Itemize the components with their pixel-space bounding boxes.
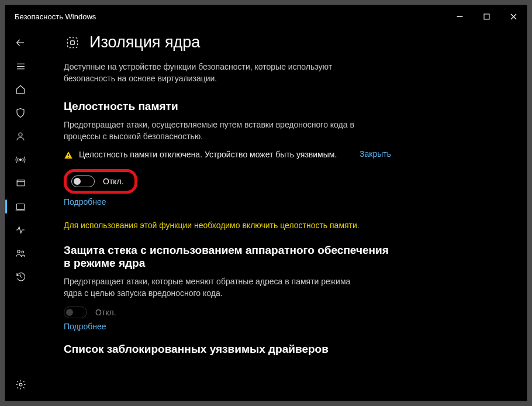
svg-point-15 <box>22 251 24 253</box>
warning-text: Целостность памяти отключена. Устройство… <box>79 149 350 161</box>
back-button[interactable] <box>5 31 36 54</box>
requirement-note: Для использования этой функции необходим… <box>64 219 368 231</box>
memory-integrity-toggle[interactable] <box>71 176 95 187</box>
titlebar: Безопасность Windows <box>5 5 527 27</box>
memory-integrity-desc: Предотвращает атаки, осуществляемые путе… <box>64 119 368 143</box>
svg-point-16 <box>19 383 22 386</box>
minimize-button[interactable] <box>446 5 473 27</box>
sidebar <box>5 27 36 401</box>
app-icon[interactable] <box>5 171 36 195</box>
device-security-icon[interactable] <box>5 195 36 218</box>
window-controls <box>446 5 527 27</box>
memory-integrity-toggle-label: Откл. <box>103 177 124 186</box>
dismiss-warning-link[interactable]: Закрыть <box>356 149 391 159</box>
svg-rect-10 <box>17 180 25 185</box>
stack-protection-heading: Защита стека с использованием аппаратног… <box>64 244 391 270</box>
stack-protection-toggle-label: Откл. <box>95 308 116 317</box>
page-title: Изоляция ядра <box>89 33 200 51</box>
content-area: Изоляция ядра Доступные на устройстве фу… <box>36 27 527 401</box>
svg-rect-18 <box>71 40 75 44</box>
svg-point-8 <box>19 133 22 136</box>
core-isolation-icon <box>64 34 81 51</box>
close-button[interactable] <box>500 5 527 27</box>
window-title: Безопасность Windows <box>15 12 96 21</box>
svg-rect-17 <box>68 37 78 47</box>
shield-icon[interactable] <box>5 101 36 125</box>
warning-banner: Целостность памяти отключена. Устройство… <box>64 149 391 161</box>
highlighted-toggle-area: Откл. <box>64 169 137 194</box>
performance-icon[interactable] <box>5 218 36 242</box>
blocklist-heading: Список заблокированных уязвимых драйверо… <box>64 343 503 356</box>
svg-rect-1 <box>484 14 489 19</box>
svg-point-14 <box>18 250 20 253</box>
warning-icon <box>64 150 73 160</box>
account-icon[interactable] <box>5 125 36 148</box>
history-icon[interactable] <box>5 265 36 288</box>
page-lead: Доступные на устройстве функции безопасн… <box>64 61 368 85</box>
svg-rect-20 <box>68 157 68 158</box>
stack-protection-more-link[interactable]: Подробнее <box>64 322 106 331</box>
stack-protection-toggle <box>64 307 87 318</box>
svg-rect-12 <box>16 204 25 209</box>
svg-rect-19 <box>68 154 68 156</box>
network-icon[interactable] <box>5 148 36 171</box>
maximize-button[interactable] <box>473 5 500 27</box>
family-icon[interactable] <box>5 242 36 265</box>
stack-protection-desc: Предотвращает атаки, которые меняют обра… <box>64 276 368 300</box>
security-window: Безопасность Windows <box>5 5 527 401</box>
menu-icon[interactable] <box>5 54 36 78</box>
memory-integrity-more-link[interactable]: Подробнее <box>64 197 106 207</box>
memory-integrity-heading: Целостность памяти <box>64 100 503 113</box>
home-icon[interactable] <box>5 78 36 101</box>
settings-icon[interactable] <box>5 373 36 396</box>
svg-point-9 <box>20 159 22 161</box>
